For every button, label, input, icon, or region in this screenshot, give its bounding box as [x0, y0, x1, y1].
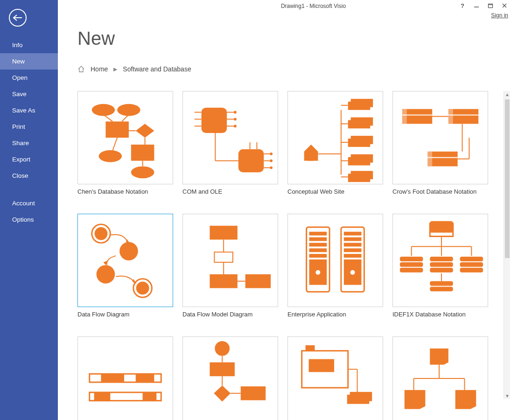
nav-export[interactable]: Export — [0, 151, 58, 168]
template-thumbnail — [182, 91, 278, 184]
svg-rect-113 — [430, 262, 453, 267]
svg-rect-48 — [351, 136, 373, 144]
svg-point-34 — [270, 153, 273, 155]
template-thumbnail — [392, 336, 488, 420]
svg-point-25 — [234, 111, 237, 114]
scroll-down-icon[interactable]: ▼ — [504, 392, 511, 399]
svg-marker-8 — [136, 124, 154, 138]
svg-rect-122 — [101, 374, 125, 382]
template-p4[interactable] — [392, 336, 488, 420]
template-cws[interactable]: Conceptual Web Site — [287, 91, 383, 195]
help-icon[interactable]: ? — [459, 2, 466, 9]
svg-point-36 — [270, 166, 273, 169]
nav-print[interactable]: Print — [0, 119, 58, 135]
template-thumbnail — [182, 336, 278, 420]
template-dfmd[interactable]: Data Flow Model Diagram — [182, 214, 278, 318]
scrollbar-thumb[interactable] — [505, 99, 510, 258]
svg-point-73 — [119, 242, 138, 260]
template-ea[interactable]: Enterprise Application — [287, 214, 383, 318]
svg-point-102 — [350, 270, 355, 275]
close-button[interactable] — [501, 2, 508, 9]
svg-rect-46 — [351, 117, 373, 126]
nav-close[interactable]: Close — [0, 168, 58, 184]
svg-rect-44 — [351, 99, 373, 107]
svg-rect-133 — [241, 386, 266, 400]
nav-info[interactable]: Info — [0, 37, 58, 53]
svg-rect-100 — [344, 254, 362, 258]
template-chen[interactable]: Chen's Database Notation — [77, 91, 173, 195]
nav-save[interactable]: Save — [0, 86, 58, 102]
template-thumbnail — [182, 214, 278, 307]
svg-rect-129 — [210, 362, 234, 376]
nav-new[interactable]: New — [0, 53, 58, 70]
template-p3[interactable] — [287, 336, 383, 420]
template-p2[interactable] — [182, 336, 278, 420]
template-crows[interactable]: Crow's Foot Database Notation — [392, 91, 488, 195]
svg-rect-119 — [430, 281, 453, 286]
nav-account[interactable]: Account — [0, 195, 58, 211]
svg-point-94 — [315, 270, 320, 275]
svg-rect-140 — [350, 392, 372, 401]
svg-rect-60 — [402, 109, 407, 124]
svg-rect-114 — [430, 268, 453, 273]
svg-point-72 — [95, 227, 108, 240]
breadcrumb-home[interactable]: Home — [91, 65, 108, 73]
template-thumbnail — [77, 336, 173, 420]
template-label: Conceptual Web Site — [287, 188, 383, 195]
template-idef[interactable]: IDEF1X Database Notation — [392, 214, 488, 318]
restore-button[interactable] — [487, 2, 494, 9]
svg-rect-66 — [427, 152, 432, 167]
template-label: Enterprise Application — [287, 311, 383, 318]
template-thumbnail — [287, 91, 383, 184]
svg-rect-96 — [344, 232, 362, 236]
svg-point-74 — [97, 265, 115, 284]
svg-rect-123 — [136, 374, 154, 382]
svg-rect-126 — [143, 392, 157, 401]
svg-point-6 — [117, 104, 140, 116]
minimize-button[interactable] — [473, 2, 480, 9]
window-title: Drawing1 - Microsoft Visio — [116, 3, 511, 9]
chevron-right-icon: ▶ — [113, 66, 117, 72]
template-label: Data Flow Diagram — [77, 311, 173, 318]
svg-rect-50 — [351, 154, 373, 163]
breadcrumb-current[interactable]: Software and Database — [123, 65, 191, 73]
template-thumbnail — [77, 91, 173, 184]
nav-options[interactable]: Options — [0, 211, 58, 228]
titlebar: Drawing1 - Microsoft Visio ? Sign in — [116, 0, 511, 14]
svg-rect-18 — [202, 108, 227, 133]
svg-rect-99 — [344, 248, 362, 252]
svg-rect-109 — [400, 257, 423, 261]
svg-point-76 — [136, 282, 149, 295]
svg-rect-52 — [351, 171, 373, 179]
svg-rect-115 — [460, 257, 483, 261]
nav-share[interactable]: Share — [0, 135, 58, 151]
svg-rect-91 — [309, 248, 327, 252]
scroll-up-icon[interactable]: ▲ — [504, 91, 511, 98]
template-dfd[interactable]: Data Flow Diagram — [77, 214, 173, 318]
sign-in-link[interactable]: Sign in — [491, 12, 508, 19]
back-button[interactable] — [9, 9, 27, 27]
nav-save-as[interactable]: Save As — [0, 102, 58, 119]
template-p1[interactable] — [77, 336, 173, 420]
svg-rect-120 — [430, 287, 453, 291]
svg-marker-131 — [214, 385, 231, 402]
templates-area: Chen's Database NotationCOM and OLEConce… — [77, 91, 502, 420]
template-com[interactable]: COM and OLE — [182, 91, 278, 195]
nav-open[interactable]: Open — [0, 70, 58, 86]
template-label: Crow's Foot Database Notation — [392, 188, 488, 195]
home-icon[interactable] — [77, 66, 85, 72]
template-thumbnail — [287, 336, 383, 420]
breadcrumb: Home ▶ Software and Database — [77, 65, 191, 73]
template-label: COM and OLE — [182, 188, 278, 195]
svg-rect-89 — [309, 238, 327, 241]
svg-rect-110 — [400, 262, 423, 267]
svg-line-16 — [112, 138, 117, 151]
template-thumbnail — [77, 214, 173, 307]
svg-point-127 — [215, 341, 230, 356]
svg-rect-117 — [460, 268, 483, 273]
template-label: Data Flow Model Diagram — [182, 311, 278, 318]
vertical-scrollbar[interactable]: ▲ ▼ — [504, 91, 510, 399]
svg-point-26 — [234, 118, 237, 120]
svg-rect-111 — [400, 268, 423, 273]
svg-marker-78 — [103, 260, 108, 265]
